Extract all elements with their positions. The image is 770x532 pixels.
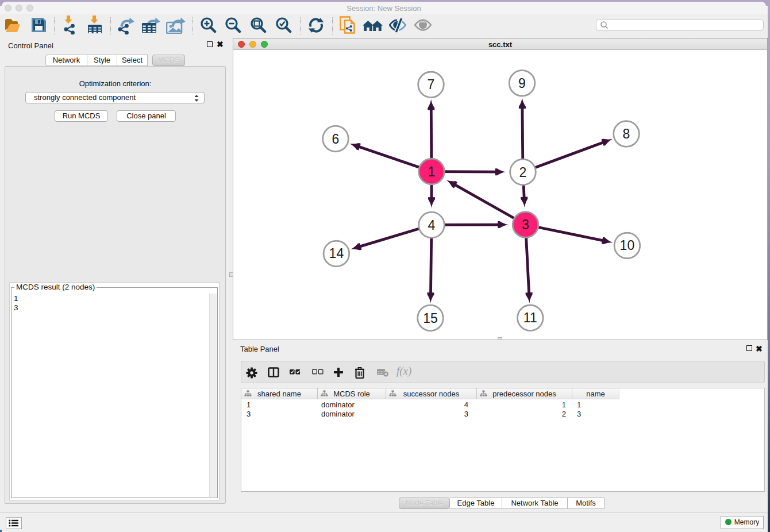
svg-text:6: 6 [332, 132, 340, 147]
svg-text:7: 7 [428, 77, 435, 92]
svg-text:14: 14 [329, 246, 344, 261]
svg-text:9: 9 [518, 76, 526, 91]
svg-text:8: 8 [623, 126, 630, 141]
svg-text:2: 2 [519, 165, 527, 180]
svg-text:11: 11 [523, 310, 537, 325]
svg-text:3: 3 [522, 217, 529, 232]
svg-text:1: 1 [428, 164, 436, 179]
svg-text:15: 15 [423, 311, 438, 326]
svg-text:10: 10 [620, 238, 635, 253]
svg-text:4: 4 [428, 218, 436, 233]
